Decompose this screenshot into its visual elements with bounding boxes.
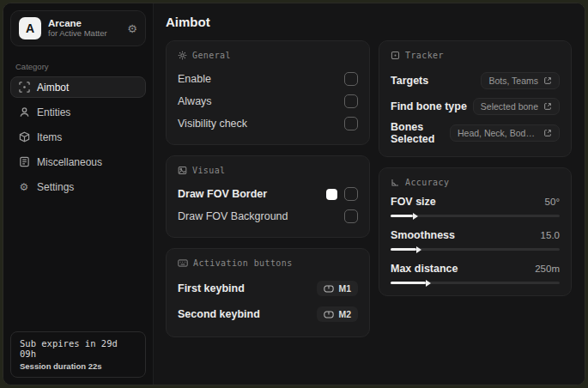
main-content: Aimbot General Enable	[154, 3, 585, 385]
entities-icon	[18, 106, 30, 118]
sub-expires-text: Sub expires in 29d 09h	[20, 338, 136, 359]
dropdown-value: Head, Neck, Body, Pe…	[458, 128, 538, 138]
setting-row-bones-selected: Bones Selected Head, Neck, Body, Pe…	[391, 121, 560, 145]
enable-checkbox[interactable]	[344, 72, 358, 86]
panel-tracker-header: Tracker	[391, 51, 560, 60]
setting-label: FOV size	[391, 196, 436, 208]
setting-row-draw-fov-border: Draw FOV Border	[178, 185, 358, 203]
cube-icon	[18, 131, 30, 142]
panel-general: General Enable Always Visibility check	[166, 40, 370, 145]
sidebar-item-miscellaneous[interactable]: Miscellaneous	[10, 151, 146, 173]
sidebar-item-label: Settings	[37, 181, 74, 193]
smoothness-slider[interactable]	[391, 248, 560, 251]
panel-title: Tracker	[405, 51, 444, 60]
slider-group-smoothness: Smoothness 15.0	[391, 229, 560, 251]
draw-fov-background-checkbox[interactable]	[344, 209, 358, 223]
slider-value: 250m	[535, 264, 560, 274]
setting-label: First keybind	[178, 282, 245, 294]
panel-title: Visual	[192, 166, 226, 175]
subscription-card: Sub expires in 29d 09h Session duration …	[10, 331, 146, 378]
mouse-icon	[324, 285, 334, 293]
app-window: A Arcane for Active Matter ⚙ Category Ai…	[3, 3, 585, 385]
keybind-value: M2	[338, 309, 351, 319]
find-bone-type-dropdown[interactable]: Selected bone	[473, 98, 560, 115]
sidebar-item-entities[interactable]: Entities	[10, 101, 146, 123]
logo-text: Arcane for Active Matter	[48, 18, 107, 39]
panel-activation-buttons: Activation buttons First keybind M1	[166, 248, 370, 337]
slider-fill	[391, 282, 426, 284]
panel-title: Accuracy	[405, 178, 449, 187]
dropdown-value: Selected bone	[481, 101, 538, 112]
crosshair-icon	[18, 82, 30, 93]
expand-icon	[543, 76, 552, 85]
always-checkbox[interactable]	[344, 94, 358, 108]
keybind-value: M1	[338, 283, 351, 294]
setting-label: Always	[178, 95, 212, 107]
setting-label: Visibility check	[178, 118, 247, 130]
mouse-icon	[324, 311, 334, 318]
panel-title: Activation buttons	[193, 258, 293, 268]
setting-label: Targets	[391, 75, 428, 87]
setting-label: Bones Selected	[391, 121, 450, 145]
setting-row-second-keybind: Second keybind M2	[178, 303, 358, 325]
angle-icon	[391, 178, 400, 187]
app-logo: A	[19, 17, 41, 39]
slider-group-fov-size: FOV size 50°	[391, 196, 560, 217]
sidebar: A Arcane for Active Matter ⚙ Category Ai…	[3, 3, 154, 385]
panel-title: General	[192, 51, 231, 60]
panel-activation-header: Activation buttons	[178, 258, 358, 268]
setting-row-first-keybind: First keybind M1	[178, 277, 358, 300]
panel-general-header: General	[178, 51, 358, 60]
app-subtitle: for Active Matter	[48, 29, 107, 39]
general-icon	[178, 51, 187, 60]
logo-card: A Arcane for Active Matter ⚙	[10, 10, 146, 46]
setting-row-targets: Targets Bots, Teams	[391, 70, 560, 92]
panel-accuracy: Accuracy FOV size 50° Smoothness	[379, 167, 572, 296]
setting-label: Enable	[178, 73, 211, 85]
setting-row-always: Always	[178, 92, 358, 111]
setting-label: Second keybind	[178, 308, 260, 320]
panel-tracker: Tracker Targets Bots, Teams	[379, 40, 572, 157]
gear-icon: ⚙	[18, 181, 30, 193]
panel-visual: Visual Draw FOV Border Draw FOV Backgrou…	[166, 155, 370, 238]
panel-visual-header: Visual	[178, 166, 358, 175]
bones-selected-dropdown[interactable]: Head, Neck, Body, Pe…	[450, 124, 560, 142]
sidebar-item-label: Aimbot	[37, 82, 69, 94]
slider-fill	[391, 248, 416, 251]
setting-row-visibility-check: Visibility check	[178, 114, 358, 133]
first-keybind-button[interactable]: M1	[317, 281, 358, 296]
fov-border-color-swatch[interactable]	[326, 189, 337, 200]
second-keybind-button[interactable]: M2	[317, 306, 358, 322]
sidebar-item-aimbot[interactable]: Aimbot	[10, 76, 146, 98]
category-label: Category	[15, 62, 153, 71]
setting-label: Max distance	[391, 263, 458, 275]
expand-icon	[543, 129, 552, 137]
fov-size-slider[interactable]	[391, 215, 560, 217]
expand-icon	[543, 102, 552, 111]
image-icon	[178, 166, 187, 175]
setting-row-find-bone-type: Find bone type Selected bone	[391, 95, 560, 118]
setting-row-draw-fov-background: Draw FOV Background	[178, 207, 358, 226]
dropdown-value: Bots, Teams	[488, 76, 538, 86]
keyboard-icon	[178, 258, 188, 268]
session-duration-text: Session duration 22s	[20, 361, 136, 371]
max-distance-slider[interactable]	[391, 282, 560, 284]
visibility-check-checkbox[interactable]	[344, 117, 358, 130]
settings-gear-icon[interactable]: ⚙	[127, 22, 137, 35]
setting-label: Draw FOV Border	[178, 188, 267, 200]
setting-label: Find bone type	[391, 100, 467, 112]
targets-dropdown[interactable]: Bots, Teams	[481, 72, 560, 89]
sidebar-item-label: Miscellaneous	[37, 156, 102, 168]
slider-value: 50°	[545, 197, 560, 207]
sidebar-nav: Aimbot Entities Items	[3, 76, 153, 197]
sidebar-item-settings[interactable]: ⚙ Settings	[10, 176, 146, 197]
sidebar-item-label: Items	[37, 131, 62, 143]
slider-fill	[391, 215, 413, 217]
panel-accuracy-header: Accuracy	[391, 178, 560, 187]
draw-fov-border-checkbox[interactable]	[344, 187, 358, 201]
tracker-icon	[391, 51, 400, 60]
sidebar-item-items[interactable]: Items	[10, 126, 146, 148]
setting-label: Draw FOV Background	[178, 210, 288, 222]
page-title: Aimbot	[166, 15, 572, 29]
setting-row-enable: Enable	[178, 70, 358, 88]
